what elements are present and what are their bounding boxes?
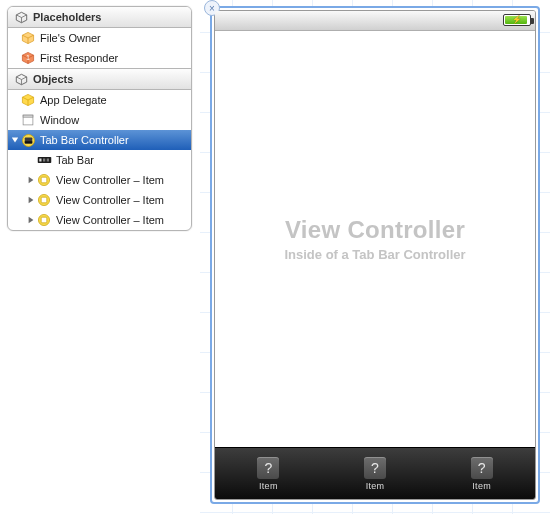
status-bar: ⚡ — [215, 11, 535, 31]
tab-bar-item[interactable]: ? Item — [428, 448, 535, 499]
question-icon: ? — [364, 457, 386, 479]
outline-row[interactable]: Window — [8, 110, 191, 130]
outline-row-label: View Controller – Item — [56, 214, 191, 226]
tabbar-icon — [36, 152, 52, 168]
outline-panel: Placeholders File's Owner 1 First Respon… — [7, 6, 192, 231]
window-icon — [20, 112, 36, 128]
chevron-right-icon[interactable] — [26, 216, 36, 224]
svg-rect-21 — [41, 197, 47, 203]
tabctrl-icon — [20, 132, 36, 148]
vc-icon — [36, 172, 52, 188]
outline-row-label: View Controller – Item — [56, 194, 191, 206]
svg-marker-22 — [29, 217, 34, 223]
section-header-objects[interactable]: Objects — [8, 69, 191, 90]
vc-icon — [36, 192, 52, 208]
tab-bar: ? Item ? Item ? Item — [215, 447, 535, 499]
outline-row-label: Tab Bar — [56, 154, 191, 166]
view-placeholder: View Controller Inside of a Tab Bar Cont… — [215, 31, 535, 447]
svg-rect-24 — [41, 217, 47, 223]
tab-bar-item-label: Item — [259, 481, 278, 491]
outline-row[interactable]: 1 First Responder — [8, 48, 191, 68]
placeholder-title: View Controller — [285, 216, 465, 244]
section-header-label: Objects — [33, 73, 73, 85]
section-objects: Objects App Delegate Window — [8, 68, 191, 230]
outline-row-label: Window — [40, 114, 191, 126]
outline-row[interactable]: Tab Bar Controller — [8, 130, 191, 150]
tab-bar-item-label: Item — [366, 481, 385, 491]
device-preview: ⚡ View Controller Inside of a Tab Bar Co… — [214, 10, 536, 500]
svg-rect-18 — [41, 177, 47, 183]
section-placeholders: Placeholders File's Owner 1 First Respon… — [8, 7, 191, 68]
section-header-placeholders[interactable]: Placeholders — [8, 7, 191, 28]
tab-bar-item[interactable]: ? Item — [215, 448, 322, 499]
battery-bolt-icon: ⚡ — [512, 15, 522, 24]
outline-row[interactable]: App Delegate — [8, 90, 191, 110]
tab-bar-item[interactable]: ? Item — [322, 448, 429, 499]
cube-wire-icon — [14, 72, 28, 86]
outline-row-label: First Responder — [40, 52, 191, 64]
svg-marker-19 — [29, 197, 34, 203]
question-icon: ? — [257, 457, 279, 479]
tab-bar-item-label: Item — [472, 481, 491, 491]
outline-row[interactable]: View Controller – Item — [8, 170, 191, 190]
chevron-right-icon[interactable] — [26, 176, 36, 184]
outline-row[interactable]: File's Owner — [8, 28, 191, 48]
chevron-down-icon[interactable] — [10, 136, 20, 144]
svg-rect-7 — [23, 115, 33, 117]
svg-rect-13 — [39, 159, 41, 162]
vc-icon — [36, 212, 52, 228]
canvas[interactable]: × ⚡ View Controller Inside of a Tab Bar … — [200, 0, 550, 514]
svg-text:1: 1 — [26, 54, 30, 61]
cube-red-icon: 1 — [20, 50, 36, 66]
outline-row[interactable]: View Controller – Item — [8, 190, 191, 210]
svg-marker-16 — [29, 177, 34, 183]
cube-wire-icon — [14, 10, 28, 24]
outline-row-label: Tab Bar Controller — [40, 134, 191, 146]
outline-row[interactable]: View Controller – Item — [8, 210, 191, 230]
svg-marker-8 — [12, 138, 18, 143]
outline-row[interactable]: Tab Bar — [8, 150, 191, 170]
outline-row-label: View Controller – Item — [56, 174, 191, 186]
svg-rect-14 — [43, 159, 45, 162]
battery-icon: ⚡ — [503, 14, 531, 26]
section-header-label: Placeholders — [33, 11, 101, 23]
cube-orange-icon — [20, 30, 36, 46]
chevron-right-icon[interactable] — [26, 196, 36, 204]
svg-rect-15 — [46, 159, 48, 162]
question-icon: ? — [471, 457, 493, 479]
selection-frame[interactable]: × ⚡ View Controller Inside of a Tab Bar … — [210, 6, 540, 504]
cube-yellow-icon — [20, 92, 36, 108]
outline-row-label: App Delegate — [40, 94, 191, 106]
svg-rect-11 — [24, 141, 32, 143]
placeholder-subtitle: Inside of a Tab Bar Controller — [284, 247, 465, 262]
outline-row-label: File's Owner — [40, 32, 191, 44]
